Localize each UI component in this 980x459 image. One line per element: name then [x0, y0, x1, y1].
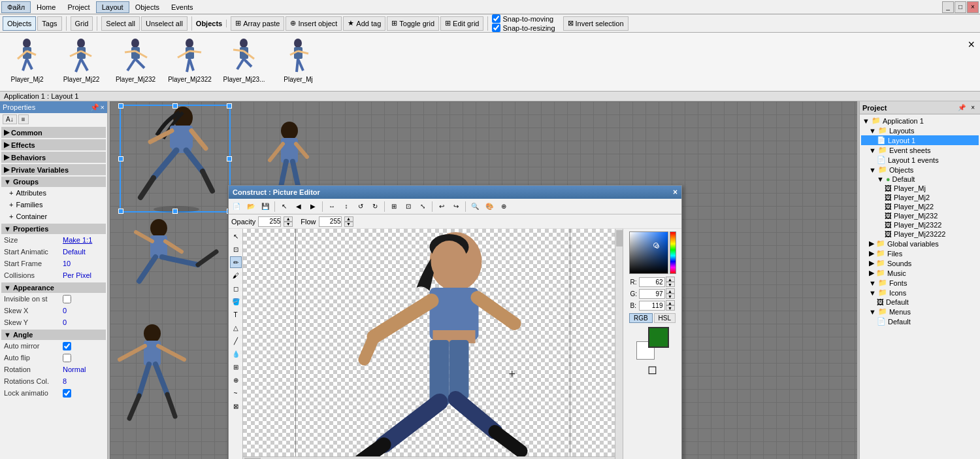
section-common-header[interactable]: ▶ Common — [1, 127, 106, 138]
tab-grid[interactable]: Grid — [71, 16, 93, 31]
obj-player-mj232[interactable]: Player_Mj232 — [111, 35, 160, 86]
obj-player-mj22[interactable]: Player_Mj22 — [57, 35, 106, 86]
pic-tb-resize[interactable]: ⤡ — [416, 201, 429, 212]
opacity-up[interactable]: ▲ — [284, 216, 293, 222]
btn-add-tag[interactable]: ★ Add tag — [343, 16, 385, 31]
menu-item-events[interactable]: Events — [165, 1, 199, 13]
tool-line[interactable]: ╱ — [230, 335, 242, 347]
tree-sounds[interactable]: ▶ 📁 Sounds — [861, 258, 979, 268]
btn-edit-grid[interactable]: ⊞ Edit grid — [440, 16, 483, 31]
pic-tb-flipv[interactable]: ↕ — [340, 201, 353, 212]
btn-unselect-all[interactable]: Unselect all — [141, 16, 188, 31]
section-angle-header[interactable]: ▼ Angle — [1, 330, 106, 340]
pic-tb-undo[interactable]: ↩ — [435, 201, 448, 212]
pic-tb-fliph[interactable]: ↔ — [325, 201, 338, 212]
flow-down[interactable]: ▼ — [344, 222, 353, 227]
hue-slider[interactable] — [670, 231, 676, 274]
canvas-sprite-3[interactable] — [120, 219, 221, 307]
flow-up[interactable]: ▲ — [344, 216, 353, 222]
tree-obj-playermj[interactable]: 🖼 Player_Mj — [861, 184, 979, 193]
canvas-sprite-5[interactable] — [116, 324, 188, 425]
btn-insert-object[interactable]: ⊕ Insert object — [286, 16, 342, 31]
tool-smudge[interactable]: ~ — [230, 387, 242, 399]
section-groups-header[interactable]: ▼ Groups — [1, 177, 106, 187]
color-r-input[interactable] — [639, 277, 665, 287]
tree-obj-playermj23222[interactable]: 🖼 Player_Mj23222 — [861, 230, 979, 239]
tree-icons[interactable]: ▼ 📁 Icons — [861, 288, 979, 298]
pic-tb-crop[interactable]: ⊡ — [402, 201, 415, 212]
tree-default-group[interactable]: ▼ ● Default — [861, 175, 979, 184]
color-gradient[interactable] — [629, 231, 668, 274]
win-maximize[interactable]: □ — [955, 1, 966, 13]
pic-close-btn[interactable]: × — [673, 188, 678, 197]
opacity-down[interactable]: ▼ — [284, 222, 293, 227]
menu-item-layout[interactable]: Layout — [96, 1, 129, 13]
color-g-up[interactable]: ▲ — [666, 288, 675, 294]
prop-auto-mirror-checkbox[interactable] — [63, 342, 71, 350]
menu-item-home[interactable]: Home — [31, 1, 61, 13]
tree-obj-playermj2322[interactable]: 🖼 Player_Mj2322 — [861, 220, 979, 230]
handle-tr[interactable] — [227, 103, 232, 109]
pic-tb-zoom-in[interactable]: 🔍 — [468, 201, 482, 212]
transparency-btn[interactable]: ◻ — [647, 362, 657, 377]
tool-eraser[interactable]: ◻ — [230, 282, 242, 294]
pic-tb-new[interactable]: 📄 — [230, 201, 243, 212]
tree-event1[interactable]: 📄 Layout 1 events — [861, 155, 979, 165]
tree-layouts[interactable]: ▼ 📁 Layouts — [861, 126, 979, 135]
prop-auto-flip-checkbox[interactable] — [63, 354, 71, 362]
prop-lock-anim-checkbox[interactable] — [63, 389, 71, 398]
tool-transform[interactable]: ⊞ — [230, 361, 242, 373]
color-r-down[interactable]: ▼ — [666, 282, 675, 287]
btn-select-all[interactable]: Select all — [101, 16, 140, 31]
tab-tags[interactable]: Tags — [37, 16, 61, 31]
pic-tb-anchor[interactable]: ⊕ — [497, 201, 510, 212]
color-b-down[interactable]: ▼ — [666, 305, 675, 311]
win-close[interactable]: × — [967, 1, 979, 13]
canvas-sprite-1[interactable] — [120, 105, 231, 212]
handle-tc[interactable] — [172, 103, 178, 109]
tab-objects[interactable]: Objects — [3, 16, 36, 31]
main-color-swatch[interactable] — [648, 327, 669, 348]
pic-tb-fill[interactable]: 🎨 — [483, 201, 496, 212]
sort-cat-btn[interactable]: ≡ — [18, 114, 29, 124]
color-r-up[interactable]: ▲ — [666, 277, 675, 282]
right-panel-close[interactable]: × — [968, 103, 977, 112]
handle-bc[interactable] — [172, 209, 178, 214]
snap-moving-check[interactable]: Snap-to-moving — [492, 14, 553, 23]
handle-ml[interactable] — [118, 156, 123, 162]
win-minimize[interactable]: _ — [942, 1, 954, 13]
pic-vscroll[interactable] — [615, 229, 623, 459]
pic-hscroll[interactable] — [243, 456, 615, 459]
color-b-up[interactable]: ▲ — [666, 300, 675, 305]
right-panel-pin[interactable]: 📌 — [955, 103, 968, 112]
menu-item-file[interactable]: Файл — [1, 1, 31, 13]
properties-close[interactable]: × — [101, 103, 105, 111]
tree-icons-default[interactable]: 🖼 Default — [861, 298, 979, 307]
prop-invisible-checkbox[interactable] — [63, 295, 71, 303]
tool-eyedrop[interactable]: 💧 — [230, 348, 242, 360]
section-behaviors-header[interactable]: ▶ Behaviors — [1, 152, 106, 163]
tool-text[interactable]: T — [230, 309, 242, 320]
tool-brush[interactable]: 🖌 — [230, 269, 242, 281]
tree-events[interactable]: ▼ 📁 Event sheets — [861, 145, 979, 155]
obj-player-mj2322[interactable]: Player_Mj2322 — [165, 35, 214, 86]
section-effects-header[interactable]: ▶ Effects — [1, 139, 106, 150]
section-appearance-header[interactable]: ▼ Appearance — [1, 282, 106, 293]
tool-clone[interactable]: ⊕ — [230, 374, 242, 386]
opacity-input[interactable] — [258, 216, 281, 227]
obj-player-mj2[interactable]: Player_Mj2 — [3, 35, 52, 86]
flow-input[interactable] — [319, 216, 342, 227]
btn-invert-selection[interactable]: ⊠ Invert selection — [563, 16, 629, 31]
pic-tb-grid[interactable]: ⊞ — [387, 201, 400, 212]
section-properties-header[interactable]: ▼ Properties — [1, 224, 106, 234]
sort-alpha-btn[interactable]: A↓ — [3, 114, 17, 124]
pic-tb-redo[interactable]: ↪ — [449, 201, 463, 212]
tool-collider[interactable]: ⊠ — [230, 400, 242, 412]
snap-resizing-check[interactable]: Snap-to-resizing — [492, 24, 555, 32]
pic-tb-open[interactable]: 📂 — [244, 201, 257, 212]
tree-obj-playermj2[interactable]: 🖼 Player_Mj2 — [861, 193, 979, 202]
color-g-down[interactable]: ▼ — [666, 294, 675, 299]
btn-toggle-grid[interactable]: ⊞ Toggle grid — [387, 16, 439, 31]
tree-music[interactable]: ▶ 📁 Music — [861, 268, 979, 278]
tool-fill[interactable]: 🪣 — [230, 296, 242, 307]
